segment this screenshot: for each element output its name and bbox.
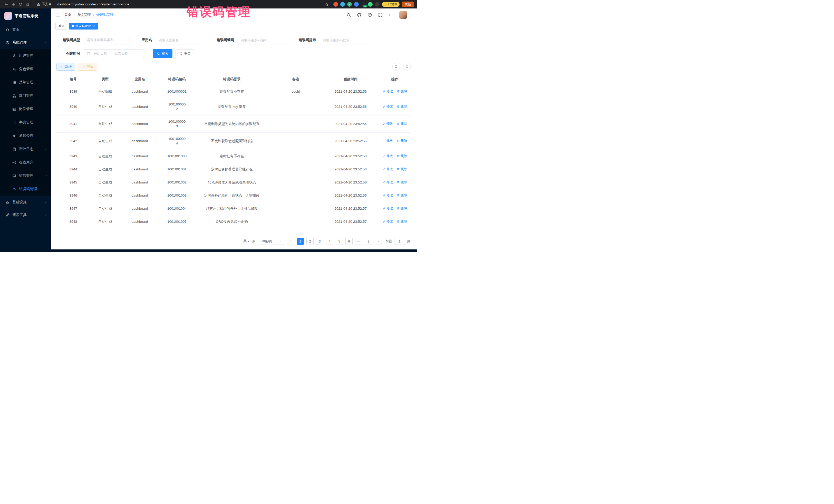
pager-page-8[interactable]: 8 <box>365 238 372 245</box>
reset-button[interactable]: 重置 <box>176 49 194 58</box>
sidebar-item-dict[interactable]: 字典管理 <box>0 116 51 129</box>
search-icon <box>394 65 398 68</box>
toggle-search-button[interactable] <box>392 63 400 70</box>
delete-link[interactable]: 删除 <box>397 206 407 211</box>
extension-icon-black[interactable] <box>375 2 379 7</box>
add-button[interactable]: 新增 <box>57 63 75 70</box>
help-icon[interactable] <box>368 13 372 17</box>
sidebar-item-notice[interactable]: 通知公告 <box>0 129 51 143</box>
edit-link[interactable]: 修改 <box>382 206 393 211</box>
edit-link-label: 修改 <box>387 122 393 126</box>
next-page-button[interactable] <box>375 238 382 245</box>
cell-time: 2021-04-20 23:52:57 <box>322 215 379 228</box>
table-row: 3940自动生成dashboard100100000 2参数配置 key 重复2… <box>57 98 411 115</box>
delete-link[interactable]: 删除 <box>397 122 407 126</box>
pager-page-4[interactable]: 4 <box>326 238 333 245</box>
chevron-right-icon <box>377 240 380 243</box>
extension-icon-blue[interactable] <box>340 2 345 7</box>
delete-link[interactable]: 删除 <box>397 89 407 94</box>
extension-icon-red[interactable] <box>333 2 338 7</box>
sidebar-item-home[interactable]: 首页 <box>0 23 51 36</box>
edit-link[interactable]: 修改 <box>382 219 393 224</box>
error-tip-input[interactable] <box>323 38 366 42</box>
fullscreen-icon[interactable] <box>378 13 382 17</box>
delete-link-label: 删除 <box>400 104 407 109</box>
github-icon[interactable] <box>357 13 361 17</box>
view-tab-1[interactable]: 错误码管理 <box>69 23 98 29</box>
date-range-picker[interactable]: 开始日期 - 结束日期 <box>84 49 144 58</box>
prev-page-button[interactable] <box>287 238 294 245</box>
badge-icon <box>12 107 16 111</box>
edit-link[interactable]: 修改 <box>382 167 393 171</box>
extension-icon-grid[interactable] <box>354 2 359 7</box>
sidebar-collapse-icon[interactable] <box>56 13 60 18</box>
error-code-input[interactable] <box>241 38 284 42</box>
sidebar-item-role[interactable]: 角色管理 <box>0 62 51 76</box>
close-icon[interactable] <box>92 25 95 27</box>
sidebar-item-menu[interactable]: 菜单管理 <box>0 76 51 89</box>
reload-icon[interactable] <box>18 1 24 7</box>
sidebar-item-system[interactable]: 系统管理 <box>0 36 51 49</box>
search-icon[interactable] <box>347 13 351 17</box>
update-button[interactable]: 更新 <box>402 2 414 7</box>
delete-link[interactable]: 删除 <box>397 193 407 198</box>
browser-home-icon[interactable] <box>25 1 31 7</box>
pager-page-2[interactable]: 2 <box>306 238 313 245</box>
sidebar-item-dev-tools[interactable]: 研发工具 <box>0 209 51 221</box>
goto-page-input[interactable] <box>394 238 405 245</box>
security-indicator[interactable]: 不安全 <box>37 2 51 6</box>
sidebar-item-infra[interactable]: 基础设施 <box>0 196 51 209</box>
delete-link[interactable]: 删除 <box>397 104 407 109</box>
app-logo[interactable]: 芋道管理系统 <box>0 8 51 23</box>
edit-link[interactable]: 修改 <box>382 104 393 109</box>
edit-link[interactable]: 修改 <box>382 89 393 94</box>
sidebar-item-error-code[interactable]: 错误码管理 <box>0 182 51 196</box>
pager-page-3[interactable]: 3 <box>316 238 323 245</box>
bookmark-star-icon[interactable] <box>324 2 329 7</box>
cell-msg: 只允许修改为开启或者关闭状态 <box>195 176 269 189</box>
edit-link[interactable]: 修改 <box>382 180 393 184</box>
delete-link[interactable]: 删除 <box>397 154 407 158</box>
sidebar-item-audit-log[interactable]: 审计日志 <box>0 143 51 156</box>
edit-link[interactable]: 修改 <box>382 193 393 198</box>
extension-icon-vue[interactable]: V <box>347 2 352 7</box>
export-button[interactable]: 导出 <box>79 63 97 70</box>
chevron-down-icon[interactable] <box>409 14 411 17</box>
breadcrumb-item[interactable]: 系统管理 <box>77 13 91 17</box>
pager-page-6[interactable]: 6 <box>345 238 353 245</box>
extension-icon-dark[interactable]: on <box>361 2 366 7</box>
url-text[interactable]: dashboard.yudao.iocoder.cn/system/error-… <box>58 2 130 6</box>
back-icon[interactable] <box>3 1 9 7</box>
delete-link[interactable]: 删除 <box>397 219 407 224</box>
sidebar-item-user[interactable]: 用户管理 <box>0 49 51 62</box>
refresh-table-button[interactable] <box>403 63 411 70</box>
edit-link[interactable]: 修改 <box>382 154 393 158</box>
pager-page-1[interactable]: 1 <box>297 238 304 245</box>
edit-link[interactable]: 修改 <box>382 122 393 126</box>
edit-link[interactable]: 修改 <box>382 138 393 143</box>
user-avatar[interactable] <box>399 11 407 19</box>
sidebar-item-post[interactable]: 岗位管理 <box>0 103 51 116</box>
forward-icon[interactable] <box>10 1 17 7</box>
error-type-select[interactable]: 请选择错误码类型 <box>84 36 130 44</box>
delete-link[interactable]: 删除 <box>397 138 407 143</box>
pager-more-button[interactable]: ••• <box>355 238 363 245</box>
sidebar-item-online-user[interactable]: 在线用户 <box>0 156 51 169</box>
search-button[interactable]: 搜索 <box>153 49 172 58</box>
page-size-select[interactable]: 10条/页 <box>259 238 284 245</box>
delete-link-label: 删除 <box>400 193 407 198</box>
app-name-input[interactable] <box>159 38 202 42</box>
sidebar-item-sms[interactable]: 短信管理 <box>0 169 51 182</box>
view-tab-0[interactable]: 首页 <box>56 23 67 29</box>
paused-extension-pill[interactable]: 已暂停 <box>382 2 399 7</box>
delete-link[interactable]: 删除 <box>397 180 407 184</box>
pencil-icon <box>382 168 386 171</box>
pager-page-5[interactable]: 5 <box>336 238 343 245</box>
cell-app: dashboard <box>120 115 159 133</box>
breadcrumb-item[interactable]: 首页 <box>64 13 71 17</box>
sidebar-item-dept[interactable]: 部门管理 <box>0 89 51 103</box>
extension-icon-green[interactable] <box>368 2 373 7</box>
delete-link[interactable]: 删除 <box>397 167 407 171</box>
font-size-icon[interactable]: TT <box>389 13 393 17</box>
cell-app: dashboard <box>120 189 159 202</box>
